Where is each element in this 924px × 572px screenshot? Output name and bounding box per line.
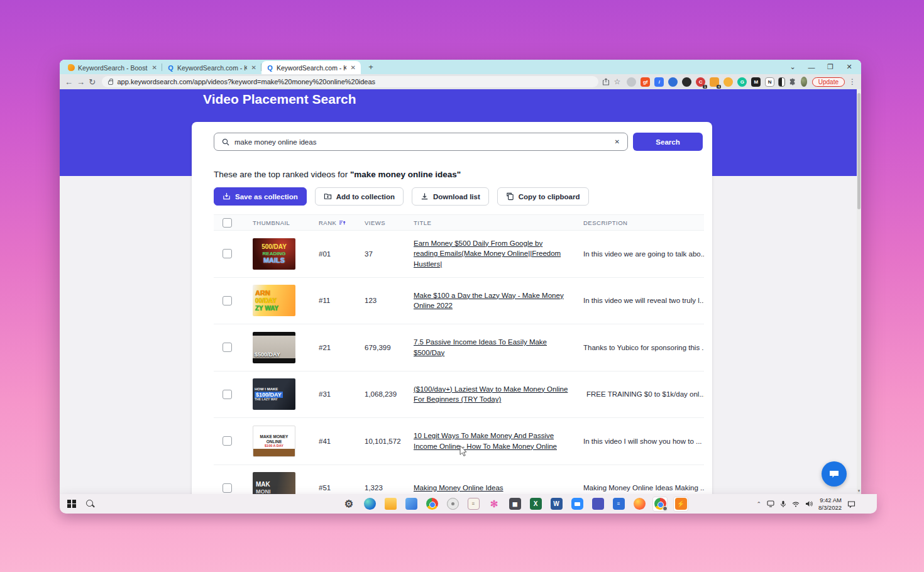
lock-icon: [108, 80, 113, 85]
tab-search-icon[interactable]: ⌄: [783, 63, 802, 71]
tab-close-icon[interactable]: ✕: [349, 64, 357, 71]
update-button[interactable]: Update: [812, 77, 845, 87]
speaker-icon[interactable]: [805, 500, 813, 507]
taskbar-media-app-icon[interactable]: [404, 497, 419, 512]
taskbar-screen-recorder-icon[interactable]: [445, 497, 460, 512]
tray-chevron-up-icon[interactable]: ⌃: [756, 501, 761, 507]
taskbar-clock[interactable]: 9:42 AM 8/3/2022: [818, 497, 842, 512]
video-thumbnail[interactable]: HOW I MAKE$100/DAYTHE LAZY WAY: [253, 378, 295, 410]
video-title-link[interactable]: 7.5 Passive Income Ideas To Easily Make …: [414, 337, 583, 358]
video-views: 10,101,572: [365, 437, 414, 445]
row-checkbox[interactable]: [223, 436, 232, 446]
search-button[interactable]: Search: [633, 133, 703, 151]
taskbar-teams-icon[interactable]: [590, 497, 605, 512]
back-button[interactable]: ←: [65, 77, 73, 87]
network-icon[interactable]: [792, 501, 800, 507]
taskbar-chrome-icon[interactable]: [424, 497, 439, 512]
clear-search-icon[interactable]: ✕: [615, 138, 620, 145]
minimize-button[interactable]: —: [802, 63, 821, 71]
taskbar-settings-icon[interactable]: ⚙: [341, 497, 356, 512]
microphone-icon[interactable]: [780, 500, 786, 508]
m-extension-icon[interactable]: M: [751, 77, 761, 87]
video-thumbnail[interactable]: MAKE MONEY ONLINE$100 A DAY: [253, 426, 295, 457]
taskbar-notebook-app-icon[interactable]: ≡: [466, 497, 481, 512]
close-button[interactable]: ✕: [840, 63, 859, 71]
dark-circle-extension-icon[interactable]: [682, 77, 691, 87]
taskbar-edge-browser-icon[interactable]: [362, 497, 377, 512]
row-checkbox[interactable]: [223, 483, 232, 493]
search-input[interactable]: make money online ideas ✕: [214, 133, 628, 151]
video-title-link[interactable]: Making Money Online Ideas: [414, 483, 583, 493]
column-title: TITLE: [414, 219, 583, 226]
notification-center-icon[interactable]: [847, 500, 855, 508]
blue-circle-extension-icon[interactable]: [668, 77, 678, 87]
new-tab-button[interactable]: +: [365, 61, 377, 74]
taskbar-flower-app-icon[interactable]: ✻: [487, 497, 502, 512]
row-checkbox[interactable]: [223, 343, 232, 352]
browser-menu-icon[interactable]: ⋮: [849, 77, 856, 86]
extensions-puzzle-icon[interactable]: [789, 78, 797, 86]
copy-to-clipboard-button[interactable]: Copy to clipboard: [497, 187, 589, 206]
profile-avatar[interactable]: [801, 77, 807, 87]
video-title-link[interactable]: Make $100 a Day the Lazy Way - Make Mone…: [414, 290, 583, 311]
table-header-row: THUMBNAIL RANK VIEWS TITLE DESCRIPTION: [214, 214, 704, 231]
honey-extension-icon[interactable]: [723, 77, 733, 87]
dimmed-extension-icon[interactable]: [627, 77, 636, 87]
taskbar-excel-icon[interactable]: X: [528, 497, 543, 512]
table-row: 500/DAYREADINGMAILS #01 37 Earn Money $5…: [214, 231, 704, 278]
taskbar-blue-doc-app-icon[interactable]: ≡: [611, 497, 626, 512]
download-list-button[interactable]: Download list: [412, 187, 489, 206]
row-checkbox[interactable]: [223, 249, 232, 258]
video-title-link[interactable]: ($100/day+) Laziest Way to Make Money On…: [414, 384, 583, 405]
scrollbar-thumb[interactable]: [857, 93, 861, 209]
gf-extension-icon[interactable]: gf: [641, 77, 650, 87]
notion-extension-icon[interactable]: N: [765, 77, 774, 87]
share-icon[interactable]: [602, 78, 610, 85]
dark-reader-extension-icon[interactable]: [778, 77, 784, 87]
reload-button[interactable]: ↻: [89, 77, 96, 87]
taskbar-search-icon[interactable]: [86, 500, 94, 508]
row-checkbox[interactable]: [223, 390, 232, 399]
video-thumbnail[interactable]: $500/DAY: [253, 332, 295, 363]
taskbar-word-icon[interactable]: W: [549, 497, 564, 512]
row-checkbox[interactable]: [223, 296, 232, 305]
taskbar-calculator-icon[interactable]: ▦: [507, 497, 522, 512]
grammarly-extension-icon[interactable]: G: [737, 77, 747, 87]
copy-extension-icon[interactable]: 4: [710, 77, 719, 87]
cast-device-icon[interactable]: [767, 500, 774, 507]
taskbar: ⚙≡✻▦XW≡⚡ ⌃ 9:42 AM 8/3/2022: [60, 494, 877, 514]
column-rank[interactable]: RANK: [319, 219, 365, 226]
taskbar-firefox-icon[interactable]: [632, 497, 647, 512]
video-title-link[interactable]: 10 Legit Ways To Make Money And Passive …: [414, 431, 583, 451]
select-all-checkbox[interactable]: [223, 218, 232, 228]
url-bar[interactable]: app.keywordsearch.com/app/videos?keyword…: [102, 76, 598, 87]
video-thumbnail[interactable]: 500/DAYREADINGMAILS: [253, 238, 295, 270]
browser-tab[interactable]: KeywordSearch - Boost YouTube ✕: [63, 61, 162, 74]
bookmark-star-icon[interactable]: ☆: [613, 77, 620, 86]
save-as-collection-button[interactable]: Save as collection: [214, 187, 307, 206]
taskbar-file-explorer-icon[interactable]: [383, 497, 398, 512]
windows-start-button[interactable]: [67, 500, 76, 509]
chat-icon: [828, 468, 840, 480]
tab-close-icon[interactable]: ✕: [250, 64, 258, 71]
video-thumbnail[interactable]: MAKMONI: [253, 472, 295, 494]
taskbar-power-app-icon[interactable]: ⚡: [673, 497, 688, 512]
page-scrollbar[interactable]: ▼: [857, 89, 861, 494]
video-title-link[interactable]: Earn Money $500 Daily From Google by rea…: [414, 238, 583, 270]
colorzilla-extension-icon[interactable]: C1: [696, 77, 705, 87]
forward-button[interactable]: →: [77, 77, 85, 87]
tab-close-icon[interactable]: ✕: [151, 64, 158, 71]
actions-row: Save as collection Add to collection Dow…: [214, 187, 690, 206]
taskbar-zoom-icon[interactable]: [569, 497, 585, 512]
maximize-button[interactable]: ❐: [821, 63, 840, 71]
browser-tab[interactable]: Q KeywordSearch.com - Keyword F ✕: [162, 61, 261, 74]
sort-icon[interactable]: [339, 219, 346, 226]
scrollbar-down-arrow[interactable]: ▼: [857, 489, 861, 493]
search-icon: [222, 138, 229, 146]
browser-tab[interactable]: Q KeywordSearch.com - Keyword R ✕: [261, 61, 361, 74]
chat-widget-button[interactable]: [822, 461, 847, 487]
video-thumbnail[interactable]: ARN00/DAYZY WAY: [253, 285, 295, 316]
add-to-collection-button[interactable]: Add to collection: [315, 187, 404, 206]
pen-extension-icon[interactable]: /: [654, 77, 664, 87]
taskbar-chrome-profile-icon[interactable]: [652, 497, 668, 512]
